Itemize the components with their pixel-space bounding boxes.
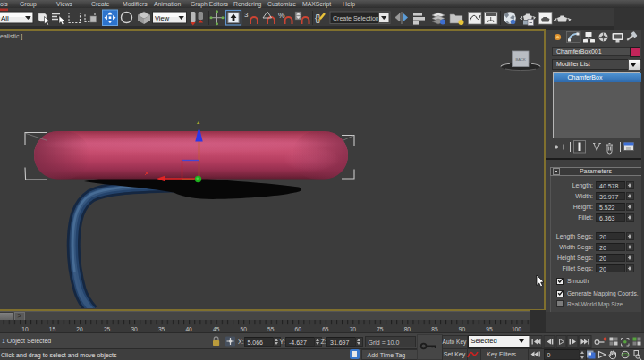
svg-text:100: 100 [512, 326, 521, 332]
svg-text:60: 60 [295, 326, 302, 332]
svg-text:35: 35 [158, 326, 165, 332]
svg-text:90: 90 [459, 326, 466, 332]
svg-text:85: 85 [431, 326, 438, 332]
svg-text:15: 15 [49, 326, 56, 332]
svg-text:45: 45 [213, 326, 220, 332]
svg-text:View: View [155, 14, 170, 22]
svg-text:65: 65 [322, 326, 329, 332]
svg-text:%: % [278, 11, 285, 20]
svg-text:3: 3 [244, 11, 249, 19]
svg-text:20: 20 [76, 326, 83, 332]
svg-text:All: All [1, 14, 9, 22]
svg-text:40: 40 [185, 326, 192, 332]
svg-text:70: 70 [350, 326, 357, 332]
svg-text:50: 50 [241, 326, 248, 332]
svg-text:BACK: BACK [516, 57, 526, 62]
svg-text:25: 25 [104, 326, 111, 332]
svg-text:80: 80 [404, 326, 411, 332]
svg-text:75: 75 [377, 326, 384, 332]
svg-text:30: 30 [131, 326, 138, 332]
svg-text:55: 55 [267, 326, 275, 332]
svg-text:z: z [197, 119, 200, 125]
svg-text:10: 10 [21, 326, 29, 332]
svg-text:95: 95 [486, 326, 493, 332]
